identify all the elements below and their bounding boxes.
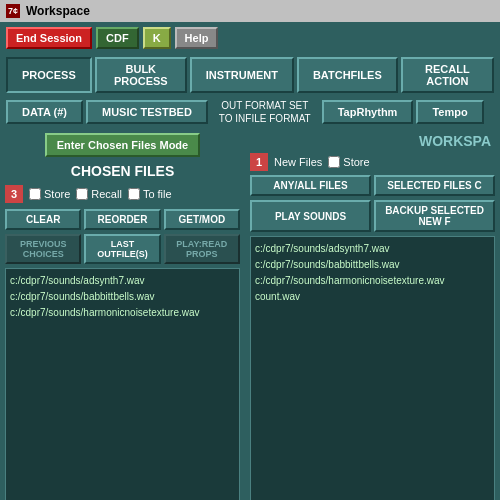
menu-bar: End Session CDF K Help xyxy=(0,22,500,54)
tab-recall-action[interactable]: RECALL ACTION xyxy=(401,57,494,93)
recall-checkbox-label[interactable]: Recall xyxy=(76,188,122,200)
action-row-2: PREVIOUS CHOICES LAST OUTFILE(S) PLAY:RE… xyxy=(5,234,240,264)
cdf-button[interactable]: CDF xyxy=(96,27,139,49)
right-store-checkbox[interactable] xyxy=(328,156,340,168)
right-store-checkbox-label[interactable]: Store xyxy=(328,156,369,168)
data-button[interactable]: DATA (#) xyxy=(6,100,83,124)
play-read-props-button[interactable]: PLAY:READ PROPS xyxy=(164,234,240,264)
workspace-label: WORKSPA xyxy=(419,133,495,149)
to-file-checkbox-label[interactable]: To file xyxy=(128,188,172,200)
format-label: OUT FORMAT SET TO INFILE FORMAT xyxy=(211,99,319,125)
chosen-file-2: c:/cdpr7/sounds/babbittbells.wav xyxy=(10,289,235,305)
last-outfiles-button[interactable]: LAST OUTFILE(S) xyxy=(84,234,160,264)
help-button[interactable]: Help xyxy=(175,27,219,49)
end-session-button[interactable]: End Session xyxy=(6,27,92,49)
get-mod-button[interactable]: GET/MOD xyxy=(164,209,240,230)
chosen-count-badge: 3 xyxy=(5,185,23,203)
store-checkbox[interactable] xyxy=(29,188,41,200)
nav-tabs: PROCESS BULK PROCESS INSTRUMENT BATCHFIL… xyxy=(0,54,500,96)
enter-chosen-files-btn[interactable]: Enter Chosen Files Mode xyxy=(45,133,200,157)
app-icon: 7¢ xyxy=(6,4,20,18)
right-action-row-1: ANY/ALL FILES SELECTED FILES C xyxy=(250,175,495,196)
right-panel: WORKSPA 1 New Files Store ANY/ALL FILES … xyxy=(245,128,500,500)
chosen-files-options: 3 Store Recall To file xyxy=(5,183,240,205)
workspace-file-3: c:/cdpr7/sounds/harmonicnoisetexture.wav xyxy=(255,273,490,289)
reorder-button[interactable]: REORDER xyxy=(84,209,160,230)
workspace-files-list: c:/cdpr7/sounds/adsynth7.wav c:/cdpr7/so… xyxy=(250,236,495,500)
chosen-files-title: CHOSEN FILES xyxy=(5,163,240,179)
second-row: DATA (#) MUSIC TESTBED OUT FORMAT SET TO… xyxy=(0,96,500,128)
previous-choices-button[interactable]: PREVIOUS CHOICES xyxy=(5,234,81,264)
tab-instrument[interactable]: INSTRUMENT xyxy=(190,57,294,93)
right-action-row-2: PLAY SOUNDS BACKUP SELECTED NEW F xyxy=(250,200,495,232)
tab-batchfiles[interactable]: BATCHFILES xyxy=(297,57,398,93)
tab-process[interactable]: PROCESS xyxy=(6,57,92,93)
action-row-1: CLEAR REORDER GET/MOD xyxy=(5,209,240,230)
tab-bulk-process[interactable]: BULK PROCESS xyxy=(95,57,187,93)
backup-button[interactable]: BACKUP SELECTED NEW F xyxy=(374,200,495,232)
chosen-files-list: c:/cdpr7/sounds/adsynth7.wav c:/cdpr7/so… xyxy=(5,268,240,500)
store-checkbox-label[interactable]: Store xyxy=(29,188,70,200)
selected-files-button[interactable]: SELECTED FILES C xyxy=(374,175,495,196)
chosen-file-1: c:/cdpr7/sounds/adsynth7.wav xyxy=(10,273,235,289)
right-top-row: 1 New Files Store xyxy=(250,153,495,171)
tempo-button[interactable]: Tempo xyxy=(416,100,483,124)
k-button[interactable]: K xyxy=(143,27,171,49)
left-panel: Enter Chosen Files Mode CHOSEN FILES 3 S… xyxy=(0,128,245,500)
workspace-file-2: c:/cdpr7/sounds/babbittbells.wav xyxy=(255,257,490,273)
workspace-file-4: count.wav xyxy=(255,289,490,305)
clear-button[interactable]: CLEAR xyxy=(5,209,81,230)
workspace-file-1: c:/cdpr7/sounds/adsynth7.wav xyxy=(255,241,490,257)
play-sounds-button[interactable]: PLAY SOUNDS xyxy=(250,200,371,232)
main-content: Enter Chosen Files Mode CHOSEN FILES 3 S… xyxy=(0,128,500,500)
new-files-label: New Files xyxy=(274,156,322,168)
to-file-checkbox[interactable] xyxy=(128,188,140,200)
new-files-badge: 1 xyxy=(250,153,268,171)
music-testbed-button[interactable]: MUSIC TESTBED xyxy=(86,100,208,124)
recall-checkbox[interactable] xyxy=(76,188,88,200)
title-bar: 7¢ Workspace xyxy=(0,0,500,22)
chosen-file-3: c:/cdpr7/sounds/harmonicnoisetexture.wav xyxy=(10,305,235,321)
tap-rhythm-button[interactable]: TapRhythm xyxy=(322,100,414,124)
app-title: Workspace xyxy=(26,4,90,18)
any-all-files-button[interactable]: ANY/ALL FILES xyxy=(250,175,371,196)
